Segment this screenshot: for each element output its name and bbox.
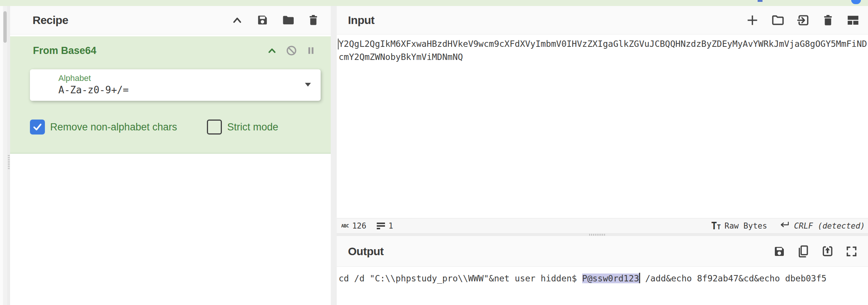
remove-non-alphabet-checkbox[interactable] <box>30 120 45 135</box>
splitter-grip[interactable] <box>7 155 10 169</box>
collapse-operation-button[interactable] <box>266 45 278 56</box>
open-file-button[interactable] <box>771 13 785 27</box>
io-column: Input <box>337 6 868 305</box>
splitter-recipe-io[interactable] <box>331 6 337 305</box>
operations-scrollbar[interactable] <box>3 6 7 305</box>
open-output-button[interactable] <box>820 244 834 258</box>
disable-icon <box>285 45 297 57</box>
input-title: Input <box>348 14 375 27</box>
save-output-button[interactable] <box>773 245 786 258</box>
open-in-new-icon <box>820 244 834 258</box>
topbar-fragment <box>758 0 762 2</box>
plus-icon <box>745 13 760 27</box>
text-cursor <box>338 39 339 49</box>
recipe-title: Recipe <box>33 14 68 27</box>
alphabet-value: A-Za-z0-9+/= <box>58 84 321 96</box>
chevron-up-icon <box>266 45 278 56</box>
character-count-icon: ABC <box>341 223 349 228</box>
line-count: 1 <box>388 221 393 230</box>
output-text-before: cd /d "C:\\phpstudy_pro\\WWW"&net user h… <box>339 274 582 283</box>
recipe-panel: Recipe <box>10 6 331 305</box>
load-recipe-button[interactable] <box>281 13 295 27</box>
splitter-operations-recipe[interactable] <box>7 6 10 305</box>
text-encoding-icon[interactable]: TT <box>711 220 721 232</box>
input-textarea[interactable]: Y2QgL2QgIkM6XFxwaHBzdHVkeV9wcm9cXFdXVyIm… <box>337 34 868 218</box>
operations-panel-edge <box>0 6 3 305</box>
operation-from-base64[interactable]: From Base64 <box>10 36 331 154</box>
return-arrow-icon[interactable] <box>779 220 790 232</box>
operation-title: From Base64 <box>21 45 97 57</box>
open-input-button[interactable] <box>796 13 810 27</box>
check-icon <box>32 121 43 133</box>
copy-icon <box>797 245 810 258</box>
maximize-output-button[interactable] <box>845 245 858 258</box>
output-text-after: /add&echo 8f92ab47&cd&echo dbeb03f5 <box>640 274 827 283</box>
input-status-bar: ABC 126 1 TT Raw Bytes CRLF (detected) <box>337 218 868 233</box>
trash-icon <box>822 13 834 27</box>
input-header: Input <box>337 6 868 34</box>
topbar-badge-fragment <box>851 0 861 4</box>
clear-input-button[interactable] <box>822 13 834 27</box>
copy-output-button[interactable] <box>797 245 810 258</box>
disable-operation-button[interactable] <box>285 45 297 57</box>
alphabet-label: Alphabet <box>58 73 321 83</box>
output-text-selected: P@ssw0rd123 <box>582 274 639 283</box>
add-input-tab-button[interactable] <box>745 13 760 27</box>
output-title: Output <box>348 245 383 258</box>
maximize-icon <box>845 245 858 258</box>
alphabet-select[interactable]: Alphabet A-Za-z0-9+/= <box>30 69 321 101</box>
folder-icon <box>281 13 295 27</box>
save-icon <box>256 13 269 27</box>
recipe-header: Recipe <box>10 6 331 34</box>
open-folder-icon <box>771 13 785 27</box>
save-icon <box>773 245 786 258</box>
scrollbar-thumb[interactable] <box>3 11 7 43</box>
split-view-icon <box>846 13 861 27</box>
splitter-input-output[interactable] <box>337 233 868 236</box>
encoding-value[interactable]: Raw Bytes <box>725 221 767 230</box>
split-view-button[interactable] <box>846 13 861 27</box>
collapse-recipe-button[interactable] <box>231 14 244 27</box>
input-text-line: Y2QgL2QgIkM6XFxwaHBzdHVkeV9wcm9cXFdXVyIm… <box>339 37 867 51</box>
save-recipe-button[interactable] <box>256 13 269 27</box>
strict-mode-label: Strict mode <box>227 121 278 133</box>
output-header: Output <box>337 236 868 267</box>
trash-icon <box>307 13 320 27</box>
eol-value[interactable]: CRLF (detected) <box>794 221 865 230</box>
breakpoint-operation-button[interactable] <box>305 45 317 56</box>
splitter-grip[interactable] <box>589 234 605 236</box>
open-input-icon <box>796 13 810 27</box>
strict-mode-checkbox[interactable] <box>207 120 222 135</box>
output-text-line: cd /d "C:\\phpstudy_pro\\WWW"&net user h… <box>339 272 867 285</box>
char-count: 126 <box>352 221 366 230</box>
line-count-icon <box>377 223 385 229</box>
caret-down-icon <box>304 82 312 89</box>
output-textarea[interactable]: cd /d "C:\\phpstudy_pro\\WWW"&net user h… <box>337 267 868 305</box>
remove-non-alphabet-label: Remove non-alphabet chars <box>50 121 177 133</box>
input-text-line: cmY2QmZWNobyBkYmViMDNmNQ <box>339 51 867 64</box>
chevron-up-icon <box>231 14 244 27</box>
pause-icon <box>305 45 317 56</box>
clear-recipe-button[interactable] <box>307 13 320 27</box>
